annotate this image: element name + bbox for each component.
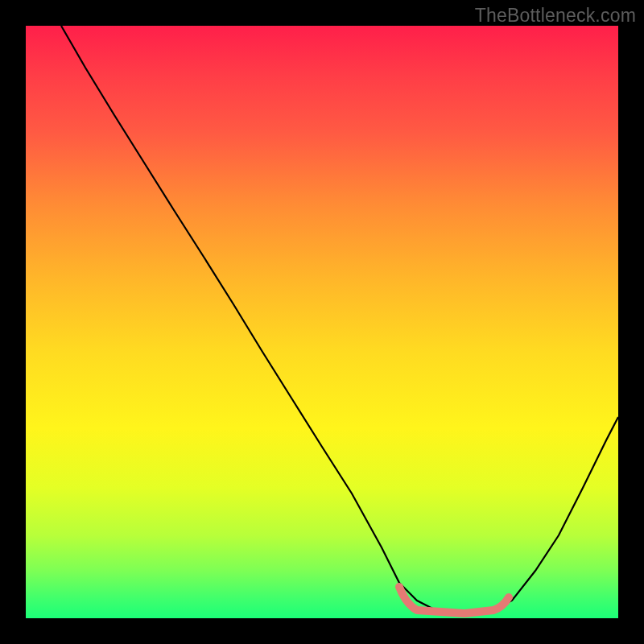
plot-area — [26, 26, 618, 618]
chart-frame: TheBottleneck.com — [0, 0, 644, 644]
watermark-text: TheBottleneck.com — [475, 5, 636, 27]
bottleneck-curve-path — [61, 26, 618, 613]
curve-svg — [26, 26, 618, 618]
